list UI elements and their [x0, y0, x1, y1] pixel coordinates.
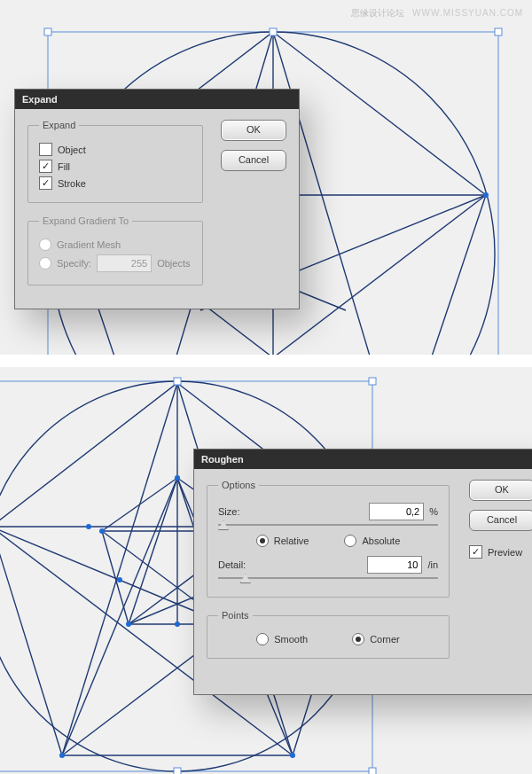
relative-label: Relative — [274, 536, 309, 546]
preview-checkbox[interactable] — [469, 545, 482, 559]
roughen-dialog-body: OK Cancel Preview Options Size: % — [194, 469, 532, 694]
points-group: Points Smooth Corner — [207, 610, 450, 659]
cancel-button[interactable]: Cancel — [221, 150, 286, 171]
svg-point-12 — [483, 192, 489, 198]
absolute-label: Absolute — [362, 536, 400, 546]
specify-input — [97, 254, 152, 272]
watermark-text: 思缘设计论坛 — [351, 8, 404, 18]
object-label: Object — [58, 145, 86, 155]
svg-rect-52 — [369, 378, 376, 385]
svg-point-43 — [99, 528, 105, 534]
expand-group: Expand Object Fill Stroke — [27, 120, 203, 203]
size-slider[interactable] — [218, 524, 438, 526]
preview-label: Preview — [488, 547, 522, 558]
expand-gradient-group: Expand Gradient To Gradient Mesh Specify… — [27, 215, 203, 285]
expand-dialog: Expand OK Cancel Expand Object Fill Stro… — [14, 89, 300, 309]
svg-point-40 — [290, 753, 295, 758]
bottom-panel: Roughen OK Cancel Preview Options Size: … — [0, 367, 532, 774]
svg-rect-16 — [270, 28, 277, 35]
svg-point-50 — [175, 622, 180, 627]
svg-line-27 — [129, 478, 177, 624]
fill-checkbox[interactable] — [39, 160, 52, 173]
specify-unit: Objects — [157, 258, 190, 269]
corner-label: Corner — [370, 634, 400, 645]
roughen-dialog-title: Roughen — [194, 450, 532, 469]
svg-point-46 — [86, 524, 91, 529]
expand-dialog-title: Expand — [15, 90, 299, 109]
corner-radio[interactable] — [352, 633, 364, 645]
size-unit: % — [429, 506, 438, 517]
svg-point-41 — [175, 475, 180, 481]
stroke-checkbox[interactable] — [39, 176, 52, 190]
gradient-mesh-label: Gradient Mesh — [57, 239, 121, 250]
detail-slider[interactable] — [218, 577, 438, 579]
detail-input[interactable] — [367, 556, 422, 574]
size-label: Size: — [218, 506, 239, 517]
ok-button[interactable]: OK — [221, 120, 286, 141]
watermark: 思缘设计论坛 WWW.MISSYUAN.COM — [351, 7, 523, 20]
svg-point-48 — [117, 577, 122, 582]
svg-rect-51 — [174, 378, 181, 385]
svg-point-39 — [59, 753, 65, 758]
svg-rect-54 — [369, 768, 376, 774]
svg-point-44 — [126, 622, 131, 627]
expand-group-legend: Expand — [39, 120, 79, 130]
specify-radio — [39, 257, 51, 270]
smooth-radio[interactable] — [256, 633, 269, 645]
top-panel: Expand OK Cancel Expand Object Fill Stro… — [0, 0, 532, 355]
watermark-url: WWW.MISSYUAN.COM — [412, 8, 523, 18]
expand-gradient-legend: Expand Gradient To — [39, 215, 132, 226]
svg-rect-55 — [174, 768, 181, 774]
expand-dialog-body: OK Cancel Expand Object Fill Stroke — [15, 109, 299, 309]
points-legend: Points — [218, 610, 253, 621]
svg-rect-14 — [44, 28, 51, 35]
detail-label: Detail: — [218, 559, 246, 570]
absolute-radio[interactable] — [344, 535, 356, 547]
gradient-mesh-radio — [39, 238, 51, 251]
relative-radio[interactable] — [256, 535, 269, 547]
options-group: Options Size: % Relative — [207, 480, 450, 598]
detail-unit: /in — [427, 559, 438, 570]
svg-rect-15 — [495, 28, 502, 35]
fill-label: Fill — [58, 161, 70, 172]
options-legend: Options — [218, 480, 259, 490]
cancel-button[interactable]: Cancel — [469, 510, 532, 531]
specify-label: Specify: — [57, 258, 91, 269]
svg-line-32 — [0, 527, 226, 624]
ok-button[interactable]: OK — [469, 480, 532, 501]
size-input[interactable] — [369, 503, 424, 520]
roughen-dialog: Roughen OK Cancel Preview Options Size: … — [193, 449, 532, 695]
svg-line-21 — [62, 383, 177, 755]
svg-line-34 — [62, 478, 177, 755]
smooth-label: Smooth — [274, 634, 308, 645]
stroke-label: Stroke — [58, 178, 86, 189]
object-checkbox[interactable] — [39, 143, 52, 156]
